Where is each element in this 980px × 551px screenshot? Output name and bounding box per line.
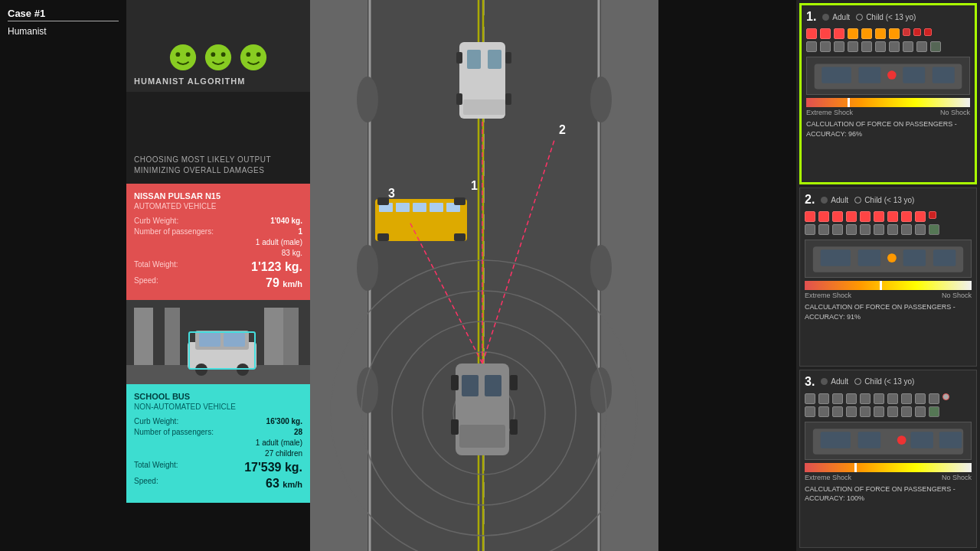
svg-rect-63: [459, 425, 505, 448]
svg-rect-87: [821, 432, 851, 448]
svg-rect-85: [933, 250, 956, 267]
bus-speed-unit: km/h: [283, 480, 302, 489]
svg-rect-52: [396, 203, 410, 212]
panel-1-adult-type: Adult: [822, 13, 850, 21]
nissan-passenger-weight: 83 kg.: [282, 249, 302, 257]
info-panels: HUMANIST ALGORITHM CHOOSING MOST LIKELY …: [126, 0, 310, 551]
svg-rect-90: [910, 432, 933, 448]
svg-point-3: [205, 44, 231, 70]
seat: [860, 211, 871, 222]
panel-3-number: 3.: [805, 375, 815, 389]
seat: [901, 393, 912, 404]
passenger-panel-2: 2. Adult Child (< 13 yo): [799, 187, 977, 366]
svg-point-35: [590, 245, 612, 291]
panel-2-vehicle-diagram: [805, 240, 972, 278]
adult-dot-filled: [822, 14, 829, 21]
svg-point-83: [887, 253, 897, 262]
seat: [889, 28, 900, 39]
panel-2-shock-marker: [880, 281, 882, 290]
panel-3-adult-type: Adult: [821, 377, 848, 386]
bus-detail2: 27 children: [265, 449, 302, 458]
panel-1-row1: [806, 28, 970, 39]
seat: [874, 224, 884, 235]
panel-2-shock-bar: [805, 281, 972, 290]
panel-1-row2: [806, 41, 970, 52]
bus-total-weight-value: 17'539 kg.: [244, 461, 302, 474]
bus-total-weight-label: Total Weight:: [134, 461, 178, 474]
car-image-panel: [126, 300, 310, 384]
seat: [874, 406, 884, 417]
seat: [875, 41, 886, 52]
child-label-1: Child (< 13 yo): [866, 13, 916, 21]
seat: [887, 393, 898, 404]
passenger-panel-1: 1. Adult Child (< 13 yo): [799, 3, 977, 184]
svg-rect-54: [430, 203, 443, 212]
road-svg: 1 2 3: [310, 0, 658, 551]
svg-rect-67: [510, 419, 518, 435]
seat: [820, 28, 831, 39]
seat: [915, 224, 926, 235]
panel-1-shock-marker: [848, 98, 850, 107]
seat: [861, 41, 872, 52]
svg-rect-88: [858, 432, 880, 448]
vehicle-diag-svg-2: [805, 240, 971, 279]
svg-rect-18: [224, 333, 245, 347]
seat: [834, 41, 844, 52]
svg-point-2: [186, 52, 191, 57]
panel-3-grid: [805, 393, 972, 417]
panel-1-shock-bar: [806, 98, 970, 107]
svg-rect-43: [467, 50, 481, 69]
child-label-3: Child (< 13 yo): [864, 377, 914, 386]
svg-rect-53: [413, 203, 426, 212]
svg-rect-48: [456, 93, 462, 105]
svg-rect-65: [510, 375, 518, 390]
seat: [846, 211, 857, 222]
panel-1-shock-left: Extreme Shock: [806, 109, 853, 116]
seat: [929, 211, 936, 219]
schoolbus-title: SCHOOL BUS: [134, 392, 302, 401]
svg-rect-64: [451, 375, 459, 390]
panel-2-shock-labels: Extreme Shock No Shock: [805, 292, 972, 299]
nissan-total-weight-label: Total Weight:: [134, 260, 178, 274]
svg-point-31: [357, 77, 378, 122]
seat: [834, 28, 844, 39]
svg-point-4: [211, 52, 216, 57]
bus-speed-row: Speed: 63 km/h: [134, 477, 302, 491]
seat: [846, 224, 857, 235]
nissan-curb-weight-row: Curb Weight: 1'040 kg.: [134, 217, 302, 225]
seat: [832, 406, 843, 417]
svg-rect-17: [199, 333, 220, 347]
nissan-subtitle: AUTOMATED VEHICLE: [134, 202, 302, 210]
seat: [915, 393, 926, 404]
bus-passengers-row: Number of passengers: 28: [134, 428, 302, 436]
algo-desc-panel: CHOOSING MOST LIKELY OUTPUT MINIMIZING O…: [126, 92, 310, 184]
svg-rect-56: [377, 197, 389, 205]
svg-text:3: 3: [388, 187, 395, 200]
adult-label-3: Adult: [831, 377, 848, 386]
seat: [805, 406, 815, 417]
panel-3-shock-left: Extreme Shock: [805, 474, 851, 481]
bus-detail1: 1 adult (male): [256, 439, 302, 447]
nissan-total-weight-value: 1'123 kg.: [251, 260, 302, 274]
panel-3-child-type: Child (< 13 yo): [854, 377, 914, 386]
bus-speed-value: 63 km/h: [266, 477, 302, 491]
humanist-faces: [168, 43, 268, 72]
seat: [874, 393, 884, 404]
seat: [915, 406, 926, 417]
panel-2-row1: [805, 211, 972, 222]
panel-3-calc-text: CALCULATION OF FORCE ON PASSENGERS - ACC…: [805, 484, 972, 504]
nissan-speed-unit: km/h: [283, 279, 302, 289]
face-icon-2: [204, 43, 233, 72]
road-view: 1 2 3: [310, 0, 658, 551]
bus-passengers-label: Number of passengers:: [134, 428, 214, 436]
schoolbus-panel: SCHOOL BUS NON-AUTOMATED VEHICLE Curb We…: [126, 384, 310, 503]
bus-speed-label: Speed:: [134, 477, 158, 491]
panel-2-header: 2. Adult Child (< 13 yo): [805, 193, 972, 207]
seat: [901, 406, 912, 417]
panel-3-row1: [805, 393, 972, 404]
seat: [930, 41, 941, 52]
panel-1-shock-labels: Extreme Shock No Shock: [806, 109, 970, 116]
seat: [929, 406, 939, 417]
svg-point-0: [170, 44, 196, 70]
seat: [818, 393, 829, 404]
